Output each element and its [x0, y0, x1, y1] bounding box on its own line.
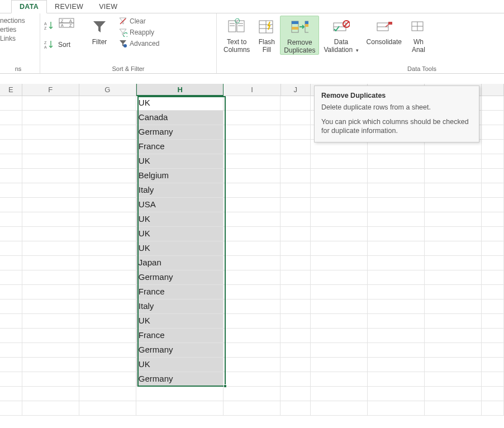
- reapply-button[interactable]: Reapply: [118, 28, 159, 37]
- cell[interactable]: [482, 96, 504, 111]
- cell[interactable]: [22, 140, 79, 154]
- flash-fill-button[interactable]: Flash Fill: [254, 16, 279, 54]
- cell[interactable]: [482, 299, 504, 314]
- cell[interactable]: Germany: [136, 343, 224, 358]
- cell[interactable]: [280, 241, 311, 256]
- cell[interactable]: [280, 169, 311, 183]
- cell[interactable]: [280, 140, 311, 154]
- clear-button[interactable]: Clear: [118, 17, 159, 26]
- cell[interactable]: [79, 169, 136, 183]
- cell[interactable]: Japan: [136, 256, 224, 270]
- cell[interactable]: [280, 358, 311, 372]
- cell[interactable]: [425, 154, 482, 169]
- cell[interactable]: [79, 372, 136, 387]
- editlinks-item[interactable]: Links: [0, 35, 25, 42]
- cell[interactable]: [224, 212, 280, 227]
- cell[interactable]: [22, 96, 79, 111]
- cell[interactable]: [425, 314, 482, 329]
- cell[interactable]: [0, 198, 22, 212]
- cell[interactable]: [224, 256, 280, 270]
- cell[interactable]: [0, 111, 22, 125]
- cell[interactable]: [425, 270, 482, 285]
- cell[interactable]: [311, 227, 368, 241]
- sort-label[interactable]: Sort: [58, 41, 70, 49]
- cell[interactable]: [368, 270, 425, 285]
- cell[interactable]: Italy: [136, 299, 224, 314]
- cell[interactable]: [22, 111, 79, 125]
- cell[interactable]: [482, 140, 504, 154]
- cell[interactable]: [368, 314, 425, 329]
- cell[interactable]: [482, 358, 504, 372]
- cell[interactable]: [79, 343, 136, 358]
- cell[interactable]: [482, 372, 504, 387]
- cell[interactable]: [22, 154, 79, 169]
- cell[interactable]: [425, 299, 482, 314]
- cell[interactable]: [224, 329, 280, 343]
- cell[interactable]: [79, 329, 136, 343]
- cell[interactable]: [280, 401, 311, 416]
- text-to-columns-button[interactable]: Text to Columns: [220, 16, 253, 54]
- advanced-button[interactable]: Advanced: [118, 39, 159, 48]
- cell[interactable]: [22, 372, 79, 387]
- cell[interactable]: [482, 387, 504, 401]
- cell[interactable]: [368, 169, 425, 183]
- cell[interactable]: [224, 227, 280, 241]
- cell[interactable]: [0, 401, 22, 416]
- cell[interactable]: UK: [136, 241, 224, 256]
- cell[interactable]: [311, 169, 368, 183]
- cell[interactable]: [224, 198, 280, 212]
- cell[interactable]: [280, 285, 311, 299]
- cell[interactable]: [311, 401, 368, 416]
- cell[interactable]: [368, 198, 425, 212]
- cell[interactable]: [425, 387, 482, 401]
- cell[interactable]: [482, 183, 504, 198]
- cell[interactable]: [368, 212, 425, 227]
- spreadsheet-grid[interactable]: UKCanadaGermanyFranceUKBelgiumItalyUSAUK…: [0, 96, 504, 416]
- cell[interactable]: [0, 314, 22, 329]
- cell[interactable]: [0, 256, 22, 270]
- cell[interactable]: [482, 154, 504, 169]
- cell[interactable]: UK: [136, 212, 224, 227]
- cell[interactable]: [311, 343, 368, 358]
- cell[interactable]: [22, 212, 79, 227]
- cell[interactable]: [311, 256, 368, 270]
- cell[interactable]: [311, 329, 368, 343]
- cell[interactable]: [425, 183, 482, 198]
- cell[interactable]: [280, 198, 311, 212]
- col-header-g[interactable]: G: [79, 84, 136, 96]
- cell[interactable]: [224, 125, 280, 140]
- cell[interactable]: [0, 270, 22, 285]
- cell[interactable]: [482, 169, 504, 183]
- cell[interactable]: Germany: [136, 270, 224, 285]
- cell[interactable]: [79, 183, 136, 198]
- cell[interactable]: [136, 387, 224, 401]
- cell[interactable]: [368, 227, 425, 241]
- cell[interactable]: [311, 270, 368, 285]
- cell[interactable]: [0, 241, 22, 256]
- cell[interactable]: [22, 343, 79, 358]
- cell[interactable]: [0, 154, 22, 169]
- whatif-button[interactable]: Wh Anal: [406, 16, 427, 54]
- cell[interactable]: Italy: [136, 183, 224, 198]
- properties-item[interactable]: erties: [0, 26, 25, 34]
- cell[interactable]: [425, 256, 482, 270]
- cell[interactable]: [482, 314, 504, 329]
- tab-review[interactable]: REVIEW: [47, 1, 91, 13]
- cell[interactable]: [224, 372, 280, 387]
- cell[interactable]: [280, 372, 311, 387]
- cell[interactable]: [280, 183, 311, 198]
- cell[interactable]: [224, 169, 280, 183]
- cell[interactable]: Germany: [136, 372, 224, 387]
- connections-item[interactable]: nections: [0, 17, 25, 25]
- cell[interactable]: [482, 401, 504, 416]
- cell[interactable]: [22, 387, 79, 401]
- cell[interactable]: [22, 299, 79, 314]
- cell[interactable]: [79, 154, 136, 169]
- cell[interactable]: [280, 256, 311, 270]
- cell[interactable]: [280, 111, 311, 125]
- cell[interactable]: [0, 140, 22, 154]
- cell[interactable]: [22, 198, 79, 212]
- cell[interactable]: [482, 329, 504, 343]
- cell[interactable]: [79, 241, 136, 256]
- cell[interactable]: [368, 372, 425, 387]
